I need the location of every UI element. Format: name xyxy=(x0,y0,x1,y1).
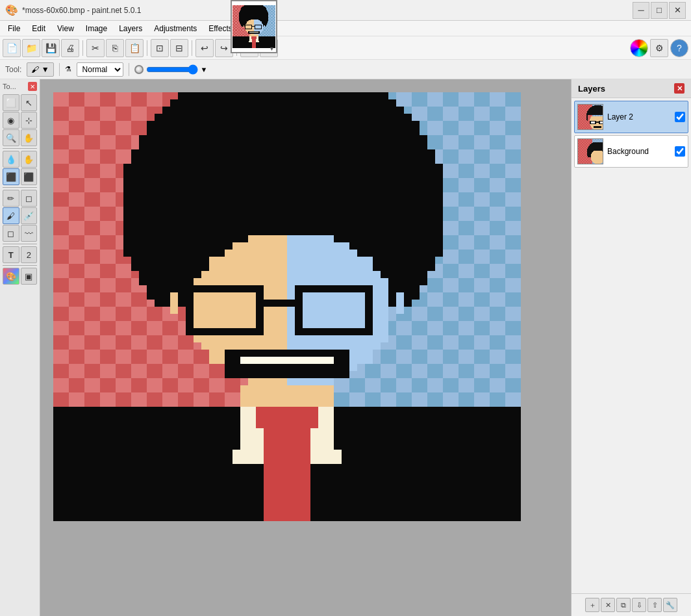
lasso-tool[interactable]: ⊹ xyxy=(21,112,38,129)
help-button[interactable]: ? xyxy=(670,39,688,57)
background-thumbnail xyxy=(577,138,603,164)
curves-tool[interactable]: 〰 xyxy=(21,225,38,242)
layers-title: Layers xyxy=(578,84,605,94)
layer2-name: Layer 2 xyxy=(607,112,671,122)
opacity-dropdown-btn[interactable]: ▼ xyxy=(201,66,208,73)
eraser-tool[interactable]: ◻ xyxy=(21,190,38,207)
deselect-button[interactable]: ⊡ xyxy=(151,39,169,57)
tool-options-bar: Tool: 🖌 ▼ ⚗ Normal Multiply Screen Overl… xyxy=(0,60,691,79)
tool-row-7: 🖌 💉 xyxy=(3,207,37,224)
maximize-button[interactable]: □ xyxy=(651,2,668,19)
ellipse-select-tool[interactable]: ◉ xyxy=(3,112,19,129)
separator-1 xyxy=(82,40,83,56)
window-controls: ─ □ ✕ xyxy=(633,2,686,19)
paint-bucket-tool[interactable]: ⬛ xyxy=(3,168,19,185)
background-name: Background xyxy=(607,147,671,156)
pencil-tool[interactable]: ✏ xyxy=(3,190,19,207)
blend-mode-select[interactable]: Normal Multiply Screen Overlay xyxy=(77,62,123,77)
secondary-tool[interactable]: 2 xyxy=(21,246,38,263)
menu-adjustments[interactable]: Adjustments xyxy=(149,23,202,34)
opacity-slider[interactable] xyxy=(146,64,198,75)
gradient-tool[interactable]: ▣ xyxy=(21,268,38,285)
tool-row-1: ⬜ ↖ xyxy=(3,94,37,111)
background-visibility-checkbox[interactable] xyxy=(675,146,685,157)
tool-row-10: 🎨 ▣ xyxy=(3,268,37,285)
separator-2 xyxy=(147,40,147,56)
delete-layer-button[interactable]: ✕ xyxy=(601,598,615,612)
save-button[interactable]: 💾 xyxy=(42,39,60,57)
invert-button[interactable]: ⊟ xyxy=(170,39,188,57)
shapes-tool[interactable]: ◻ xyxy=(3,225,19,242)
tool-label: Tool: xyxy=(5,65,21,74)
settings-button[interactable]: ⚙ xyxy=(650,39,668,57)
paste-button[interactable]: 📋 xyxy=(125,39,144,57)
main-canvas[interactable] xyxy=(53,92,521,521)
paintbrush-tool[interactable]: 🖌 xyxy=(3,207,19,224)
layers-close-button[interactable]: ✕ xyxy=(674,83,685,94)
main-area: To... ✕ ⬜ ↖ ◉ ⊹ 🔍 ✋ 💧 ✋ ⬛ ⬛ ✏ ◻ xyxy=(0,79,691,616)
toolbar-right: ⚙ ? xyxy=(630,39,688,57)
move-tool[interactable]: ↖ xyxy=(21,94,38,111)
print-button[interactable]: 🖨 xyxy=(61,39,79,57)
canvas-area[interactable] xyxy=(40,79,571,616)
opacity-control: ▼ xyxy=(134,64,208,75)
color-wheel-button[interactable] xyxy=(630,39,648,57)
menu-edit[interactable]: Edit xyxy=(27,23,51,34)
open-button[interactable]: 📁 xyxy=(22,39,40,57)
layer-properties-button[interactable]: 🔧 xyxy=(663,598,677,612)
menu-layers[interactable]: Layers xyxy=(114,23,147,34)
tool-row-8: ◻ 〰 xyxy=(3,225,37,242)
tool-row-2: ◉ ⊹ xyxy=(3,112,37,129)
canvas-container[interactable] xyxy=(53,92,521,523)
new-button[interactable]: 📄 xyxy=(3,39,21,57)
toolbox-close-button[interactable]: ✕ xyxy=(28,82,37,91)
background-thumb-canvas xyxy=(578,139,603,164)
close-button[interactable]: ✕ xyxy=(669,2,686,19)
colors-tool[interactable]: 🎨 xyxy=(3,268,19,285)
filled-rect-tool[interactable]: ⬛ xyxy=(21,168,38,185)
separator2 xyxy=(129,63,129,76)
window-title: *moss-60x60.bmp - paint.net 5.0.1 xyxy=(22,6,141,15)
hand-tool[interactable]: ✋ xyxy=(21,151,38,168)
tool-row-5: ⬛ ⬛ xyxy=(3,168,37,185)
menu-image[interactable]: Image xyxy=(81,23,112,34)
minimize-button[interactable]: ─ xyxy=(633,2,649,19)
undo-button[interactable]: ↩ xyxy=(195,39,214,57)
copy-button[interactable]: ⎘ xyxy=(106,39,124,57)
blend-icon: ⚗ xyxy=(65,65,71,73)
layers-header: Layers ✕ xyxy=(572,79,691,98)
tool-divider-4 xyxy=(3,265,37,266)
menu-file[interactable]: File xyxy=(3,23,25,34)
tool-divider-1 xyxy=(3,148,37,149)
duplicate-layer-button[interactable]: ⧉ xyxy=(616,598,631,612)
tool-divider-2 xyxy=(3,187,37,188)
cut-button[interactable]: ✂ xyxy=(86,39,105,57)
zoom-tool[interactable]: 🔍 xyxy=(3,129,19,146)
layer-item-layer2[interactable]: Layer 2 xyxy=(574,101,688,133)
toolbox: To... ✕ ⬜ ↖ ◉ ⊹ 🔍 ✋ 💧 ✋ ⬛ ⬛ ✏ ◻ xyxy=(0,79,40,616)
tool-row-4: 💧 ✋ xyxy=(3,151,37,168)
layers-toolbar: ＋ ✕ ⧉ ⇩ ⇧ 🔧 xyxy=(572,593,691,616)
menu-view[interactable]: View xyxy=(52,23,79,34)
canvas-preview: ▼ xyxy=(231,0,277,53)
pan-tool[interactable]: ✋ xyxy=(21,129,38,146)
text-tool[interactable]: T xyxy=(3,246,19,263)
title-bar: 🎨 *moss-60x60.bmp - paint.net 5.0.1 ▼ ─ … xyxy=(0,0,691,21)
main-toolbar: 📄 📁 💾 🖨 ✂ ⎘ 📋 ⊡ ⊟ ↩ ↪ # 📐 ⚙ ? xyxy=(0,36,691,60)
layer-item-background[interactable]: Background xyxy=(574,135,688,168)
move-layer-up-button[interactable]: ⇧ xyxy=(647,598,662,612)
separator-3 xyxy=(192,40,192,56)
separator xyxy=(59,63,60,76)
rectangle-select-tool[interactable]: ⬜ xyxy=(3,94,19,111)
add-layer-button[interactable]: ＋ xyxy=(585,598,599,612)
layer2-visibility-checkbox[interactable] xyxy=(675,112,685,122)
merge-layer-button[interactable]: ⇩ xyxy=(632,598,646,612)
toolbox-title: To... xyxy=(3,83,16,90)
toolbox-header: To... ✕ xyxy=(3,82,37,91)
clone-stamp-tool[interactable]: 💉 xyxy=(21,207,38,224)
layer2-thumb-canvas xyxy=(578,105,603,130)
tool-dropdown[interactable]: 🖌 ▼ xyxy=(27,62,53,77)
color-picker-tool[interactable]: 💧 xyxy=(3,151,19,168)
layers-list: Layer 2 Background xyxy=(572,98,691,593)
layers-panel: Layers ✕ Layer 2 Background ＋ xyxy=(571,79,691,616)
